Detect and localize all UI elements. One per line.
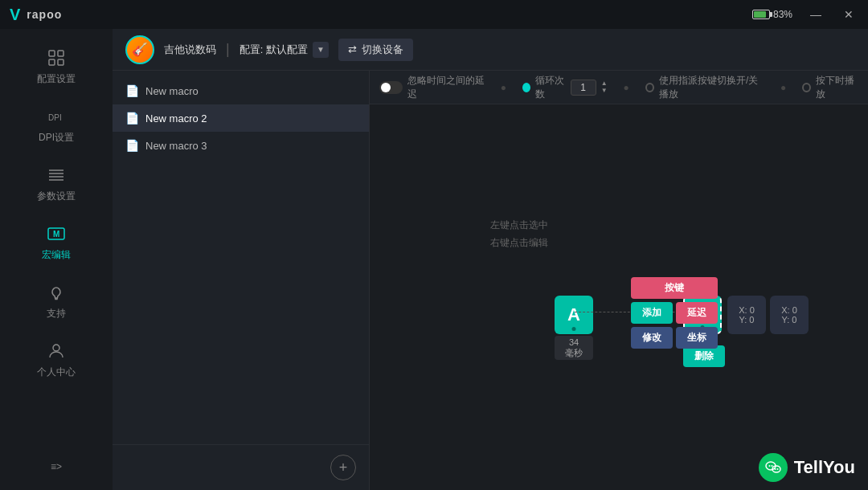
use-finger-label: 使用指派按键切换开/关播放	[659, 74, 764, 101]
switch-device-icon: ⇄	[348, 43, 357, 55]
ctx-delay-button[interactable]: 延迟	[676, 302, 718, 324]
header-config: 配置: 默认配置 ▼	[240, 42, 329, 58]
profile-icon	[45, 340, 68, 362]
editor-panel: 忽略时间之间的延迟 ● 循环次数 ▲ ▼ ● 使用指派按键切换开/关播放 ● 按…	[370, 71, 868, 490]
ctx-keydown-button[interactable]: 按键	[631, 277, 718, 299]
loop-count-radio[interactable]	[522, 83, 530, 92]
sidebar-params-label: 参数设置	[37, 190, 76, 203]
expand-icon: ≡>	[51, 461, 62, 472]
sidebar-item-params[interactable]: 参数设置	[0, 154, 113, 213]
ignore-delay-toggle-group: 忽略时间之间的延迟	[379, 74, 485, 101]
sidebar: 配置设置 DPI DPI设置 参数设置 M 宏编辑	[0, 29, 113, 490]
header-divider: |	[226, 41, 230, 58]
ignore-delay-toggle[interactable]	[379, 81, 403, 94]
logo-v-icon: V	[10, 6, 20, 24]
macro-file-icon-2: 📄	[125, 112, 139, 125]
delete-button[interactable]: 删除	[683, 345, 725, 367]
sidebar-item-dpi[interactable]: DPI DPI设置	[0, 96, 113, 154]
spin-up-button[interactable]: ▲	[601, 80, 608, 87]
battery-percent: 83%	[773, 9, 792, 20]
macro-node-1: A 34 毫秒	[555, 296, 593, 360]
wechat-icon	[759, 453, 788, 482]
svg-point-12	[53, 345, 59, 351]
svg-rect-1	[58, 51, 63, 56]
watermark: TellYou	[759, 453, 855, 482]
sidebar-item-macro[interactable]: M 宏编辑	[0, 213, 113, 272]
coord2-x: X: 0	[781, 305, 797, 315]
logo-rapoo-text: rapoo	[27, 8, 62, 21]
hold-play-group: 按下时播放	[802, 74, 858, 101]
add-macro-button[interactable]: +	[330, 455, 356, 480]
macro-icon: M	[45, 223, 68, 245]
macro-item-name-1: New macro	[145, 85, 199, 97]
sidebar-profile-label: 个人中心	[37, 365, 76, 379]
svg-point-17	[774, 468, 776, 470]
node-key-1-dot	[572, 327, 576, 331]
sidebar-item-config[interactable]: 配置设置	[0, 37, 113, 96]
sidebar-dpi-label: DPI设置	[39, 131, 74, 145]
context-hint-line2: 右键点击编辑	[490, 235, 548, 252]
macro-item-2[interactable]: 📄 New macro 2	[113, 104, 369, 132]
params-icon	[45, 164, 68, 186]
header-username: 吉他说数码	[164, 43, 216, 57]
sidebar-item-profile[interactable]: 个人中心	[0, 330, 113, 389]
svg-point-18	[776, 468, 778, 470]
coord-box-2: X: 0 Y: 0	[770, 296, 809, 334]
user-avatar[interactable]: 🎸	[125, 35, 154, 64]
hold-play-label: 按下时播放	[816, 74, 858, 101]
editor-canvas: 左键点击选中 右键点击编辑 A 34 毫秒 按键 添加 延迟 修改	[370, 104, 868, 490]
sidebar-config-label: 配置设置	[37, 72, 76, 86]
context-menu: 按键 添加 延迟 修改 坐标	[631, 277, 718, 349]
node-key-1[interactable]: A	[555, 296, 593, 334]
macro-list-panel: 📄 New macro 📄 New macro 2 📄 New macro 3 …	[113, 71, 370, 490]
minimize-button[interactable]: —	[805, 6, 826, 22]
macro-file-icon-3: 📄	[125, 139, 139, 152]
svg-rect-3	[58, 59, 63, 65]
support-icon	[45, 281, 68, 304]
svg-text:DPI: DPI	[48, 113, 62, 122]
node-key-1-label: A	[567, 304, 580, 325]
use-finger-radio[interactable]	[645, 83, 654, 92]
editor-toolbar: 忽略时间之间的延迟 ● 循环次数 ▲ ▼ ● 使用指派按键切换开/关播放 ● 按…	[370, 71, 868, 104]
ctx-add-button[interactable]: 添加	[631, 302, 673, 324]
switch-device-label: 切换设备	[362, 43, 403, 57]
ctx-coord-button[interactable]: 坐标	[676, 327, 718, 349]
toolbar-sep-2: ●	[624, 82, 629, 93]
ignore-delay-label: 忽略时间之间的延迟	[407, 74, 485, 101]
spin-down-button[interactable]: ▼	[601, 88, 608, 94]
toolbar-sep-1: ●	[501, 82, 506, 93]
sidebar-macro-label: 宏编辑	[42, 248, 71, 262]
macro-item-1[interactable]: 📄 New macro	[113, 77, 369, 104]
toolbar-sep-3: ●	[780, 82, 786, 93]
ctx-modify-button[interactable]: 修改	[631, 327, 673, 349]
battery-info: 83%	[752, 9, 792, 20]
loop-count-group: 循环次数 ▲ ▼	[522, 74, 608, 101]
hold-play-radio[interactable]	[802, 83, 811, 92]
macro-item-3[interactable]: 📄 New macro 3	[113, 132, 369, 159]
svg-point-15	[768, 465, 770, 467]
loop-count-label: 循环次数	[535, 74, 565, 101]
loop-count-input[interactable]	[571, 80, 596, 96]
svg-point-16	[771, 465, 772, 467]
macro-file-icon-1: 📄	[125, 84, 139, 97]
config-dropdown-button[interactable]: ▼	[313, 42, 329, 58]
sidebar-item-support[interactable]: 支持	[0, 272, 113, 330]
macro-item-name-3: New macro 3	[145, 140, 207, 152]
macro-list-footer: +	[113, 444, 369, 490]
switch-device-button[interactable]: ⇄ 切换设备	[338, 39, 413, 61]
node-delay-1: 34 毫秒	[555, 336, 593, 360]
watermark-text: TellYou	[794, 457, 855, 478]
sidebar-bottom-icon[interactable]: ≡>	[0, 451, 113, 482]
svg-rect-0	[49, 51, 55, 56]
macro-list: 📄 New macro 📄 New macro 2 📄 New macro 3	[113, 71, 369, 444]
context-hint: 左键点击选中 右键点击编辑	[490, 217, 548, 251]
titlebar: V rapoo 83% — ✕	[0, 0, 868, 29]
dpi-icon: DPI	[45, 105, 68, 128]
battery-fill	[754, 11, 766, 18]
macro-item-name-2: New macro 2	[145, 112, 207, 125]
loop-spin: ▲ ▼	[601, 80, 608, 94]
coord-box-1: X: 0 Y: 0	[727, 296, 766, 334]
coord2-y: Y: 0	[782, 315, 797, 325]
sidebar-support-label: 支持	[47, 307, 66, 321]
close-button[interactable]: ✕	[839, 6, 858, 22]
